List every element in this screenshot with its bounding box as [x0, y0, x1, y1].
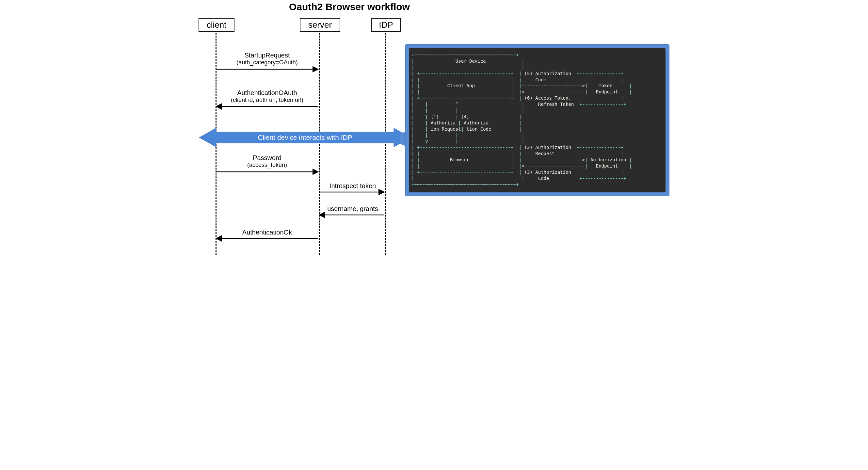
msg-introspect-token: Introspect token: [320, 182, 385, 190]
participant-client: client: [198, 18, 235, 32]
msg-startup-request: StartupRequest (auth_category=OAuth): [216, 52, 319, 66]
diagram-title: Oauth2 Browser workflow: [193, 1, 506, 12]
msg-authentication-ok: AuthenticationOk: [216, 229, 319, 236]
msg-authentication-ok-name: AuthenticationOk: [242, 229, 292, 236]
msg-startup-request-detail: (auth_category=OAuth): [216, 59, 319, 66]
ascii-flow-inner: +~~~~~~~~~~~~~~~~~~~~~~~~~~~~~~~~~~~~~+ …: [409, 48, 665, 192]
diagram-canvas: Oauth2 Browser workflow client server ID…: [193, 0, 675, 261]
msg-password: Password (access_token): [216, 154, 319, 168]
participant-idp: IDP: [371, 18, 401, 32]
msg-authentication-oauth: AuthenticationOAuth (client id, auth url…: [216, 89, 319, 103]
msg-password-detail: (access_token): [216, 162, 319, 168]
msg-startup-request-name: StartupRequest: [245, 52, 290, 59]
msg-authentication-oauth-detail: (client id, auth url, token url): [216, 97, 319, 103]
msg-authentication-oauth-name: AuthenticationOAuth: [237, 89, 297, 96]
participant-server: server: [300, 18, 340, 32]
msg-password-name: Password: [253, 154, 281, 161]
msg-username-grants: username, grants: [320, 205, 385, 213]
ascii-flow-callout: +~~~~~~~~~~~~~~~~~~~~~~~~~~~~~~~~~~~~~+ …: [405, 44, 670, 196]
idp-interaction-label: Client device interacts with IDP: [199, 133, 411, 142]
ascii-flow-text: +~~~~~~~~~~~~~~~~~~~~~~~~~~~~~~~~~~~~~+ …: [411, 52, 663, 188]
msg-introspect-token-name: Introspect token: [330, 182, 376, 189]
msg-username-grants-name: username, grants: [327, 205, 378, 212]
idp-interaction-bar: Client device interacts with IDP: [199, 128, 411, 147]
